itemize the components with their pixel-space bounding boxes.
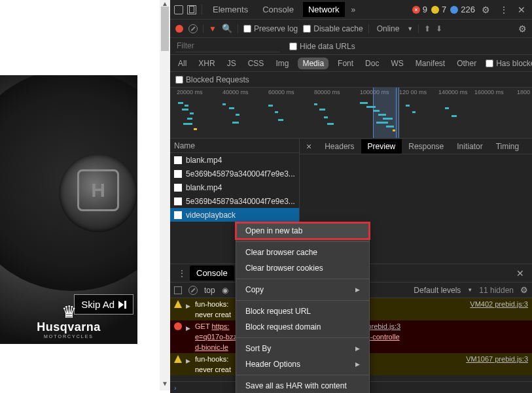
- device-toggle-icon[interactable]: [187, 5, 196, 14]
- filter-font[interactable]: Font: [335, 58, 356, 69]
- ctx-block-url[interactable]: Block request URL: [236, 303, 369, 319]
- page-scrollbar[interactable]: ▲ ▼: [160, 0, 170, 390]
- filter-doc[interactable]: Doc: [363, 58, 381, 69]
- network-toolbar: ▼ 🔍 Preserve log Disable cache Online ▼ …: [170, 20, 532, 38]
- clear-icon[interactable]: [188, 24, 198, 33]
- download-har-icon[interactable]: ⬇: [436, 24, 442, 33]
- request-row[interactable]: 5e369b45879a340004f7e9e3...: [170, 167, 299, 180]
- tick-label: 120 00 ms: [399, 89, 427, 95]
- drawer-tab-console[interactable]: Console: [190, 265, 234, 281]
- network-settings-icon[interactable]: ⚙: [518, 24, 527, 34]
- request-row[interactable]: blank.mp4: [170, 180, 299, 194]
- info-count[interactable]: 226: [450, 5, 475, 14]
- console-settings-icon[interactable]: ⚙: [520, 285, 528, 295]
- live-expression-icon[interactable]: ◉: [222, 286, 228, 295]
- ctx-clear-cookies[interactable]: Clear browser cookies: [236, 260, 369, 276]
- filter-ws[interactable]: WS: [388, 58, 406, 69]
- hidden-count[interactable]: 11 hidden: [479, 286, 514, 295]
- file-icon: [174, 156, 182, 164]
- filter-toggle-icon[interactable]: ▼: [209, 24, 217, 33]
- ctx-save-har[interactable]: Save all as HAR with content: [236, 378, 369, 393]
- tab-network[interactable]: Network: [303, 2, 345, 17]
- more-tabs-icon[interactable]: »: [349, 5, 359, 14]
- warning-triangle-icon: [174, 355, 182, 363]
- filter-manifest[interactable]: Manifest: [413, 58, 448, 69]
- filter-input[interactable]: [175, 40, 280, 52]
- filter-js[interactable]: JS: [224, 58, 239, 69]
- context-menu: Open in new tab Clear browser cache Clea…: [236, 222, 370, 393]
- search-icon[interactable]: 🔍: [222, 24, 232, 33]
- has-blocked-cookies-checkbox[interactable]: Has blocked cookies: [486, 59, 532, 68]
- ctx-open-in-new-tab[interactable]: Open in new tab: [236, 223, 369, 239]
- ctx-clear-cache[interactable]: Clear browser cache: [236, 245, 369, 260]
- menu-icon[interactable]: ⋮: [497, 5, 511, 15]
- file-icon: [174, 197, 182, 205]
- hide-data-urls-checkbox[interactable]: Hide data URLs: [289, 42, 355, 51]
- tab-initiator[interactable]: Initiator: [450, 139, 489, 154]
- separator: [202, 5, 202, 15]
- throttling-select[interactable]: Online: [374, 23, 402, 35]
- ctx-block-domain[interactable]: Block request domain: [236, 319, 369, 335]
- warning-triangle-icon: [174, 300, 182, 308]
- source-link[interactable]: VM1067 prebid.js:3: [466, 354, 528, 364]
- ad-hub-graphic: H: [59, 154, 137, 232]
- upload-har-icon[interactable]: ⬆: [424, 24, 431, 33]
- filter-media[interactable]: Media: [298, 58, 328, 69]
- request-row[interactable]: 5e369b45879a340004f7e9e3...: [170, 194, 299, 208]
- tab-elements[interactable]: Elements: [207, 2, 253, 17]
- filter-other[interactable]: Other: [454, 58, 479, 69]
- close-devtools-icon[interactable]: ✕: [515, 5, 528, 15]
- drawer-menu-icon[interactable]: ⋮: [174, 269, 190, 278]
- warning-count[interactable]: 7: [431, 5, 446, 14]
- scroll-down-icon[interactable]: ▼: [161, 380, 169, 388]
- ctx-sort-by[interactable]: Sort By▶: [236, 341, 369, 356]
- request-row-selected[interactable]: videoplayback: [170, 208, 299, 222]
- preserve-log-checkbox[interactable]: Preserve log: [243, 24, 298, 33]
- source-link[interactable]: VM402 prebid.js:3: [470, 299, 528, 309]
- video-ad[interactable]: H Skip Ad ♛ Husqvarna MOTORCYCLES: [0, 75, 137, 344]
- settings-icon[interactable]: ⚙: [479, 5, 493, 15]
- tick-label: 1800: [517, 89, 530, 95]
- info-icon: [450, 6, 458, 14]
- blocked-requests-checkbox[interactable]: Blocked Requests: [175, 75, 249, 84]
- devtools-main-tabs: Elements Console Network » ×9 7 226 ⚙ ⋮ …: [170, 0, 532, 20]
- network-overview[interactable]: 20000 ms 40000 ms 60000 ms 80000 ms 1000…: [170, 88, 532, 139]
- inspect-element-icon[interactable]: [174, 5, 183, 14]
- close-drawer-icon[interactable]: ✕: [512, 268, 528, 279]
- close-detail-icon[interactable]: ×: [300, 141, 318, 152]
- detail-tabs: × Headers Preview Response Initiator Tim…: [300, 139, 532, 154]
- error-circle-icon: [174, 322, 182, 330]
- file-icon: [174, 170, 182, 178]
- console-sidebar-icon[interactable]: [174, 286, 182, 294]
- tab-response[interactable]: Response: [402, 139, 450, 154]
- tick-label: 20000 ms: [177, 89, 203, 95]
- scrollbar-thumb[interactable]: [161, 7, 169, 51]
- record-icon[interactable]: [175, 25, 183, 33]
- context-selector[interactable]: top: [204, 286, 215, 295]
- tick-label: 160000 ms: [474, 89, 504, 95]
- filter-all[interactable]: All: [175, 58, 189, 69]
- request-row[interactable]: blank.mp4: [170, 153, 299, 167]
- log-levels-select[interactable]: Default levels: [414, 286, 461, 295]
- disable-cache-checkbox[interactable]: Disable cache: [303, 24, 363, 33]
- page-content: ▲ ▼ H Skip Ad ♛ Husqvarna MOTORCYCLES: [0, 0, 170, 393]
- ctx-copy[interactable]: Copy▶: [236, 282, 369, 298]
- tick-label: 40000 ms: [222, 89, 249, 95]
- submenu-arrow-icon: ▶: [355, 361, 360, 367]
- filter-img[interactable]: Img: [273, 58, 291, 69]
- tab-timing[interactable]: Timing: [489, 139, 526, 154]
- tab-console[interactable]: Console: [257, 2, 299, 17]
- submenu-arrow-icon: ▶: [355, 345, 360, 352]
- filter-xhr[interactable]: XHR: [196, 58, 217, 69]
- error-count[interactable]: ×9: [412, 5, 427, 14]
- filter-css[interactable]: CSS: [245, 58, 267, 69]
- tab-preview[interactable]: Preview: [361, 139, 402, 154]
- name-column-header[interactable]: Name: [170, 139, 299, 153]
- ctx-header-options[interactable]: Header Options▶: [236, 356, 369, 372]
- file-icon: [174, 184, 182, 192]
- console-clear-icon[interactable]: [188, 286, 198, 295]
- tab-headers[interactable]: Headers: [318, 139, 361, 154]
- type-filter-row: All XHR JS CSS Img Media Font Doc WS Man…: [170, 55, 532, 72]
- file-icon: [174, 211, 182, 219]
- blocked-requests-row: Blocked Requests: [170, 72, 532, 88]
